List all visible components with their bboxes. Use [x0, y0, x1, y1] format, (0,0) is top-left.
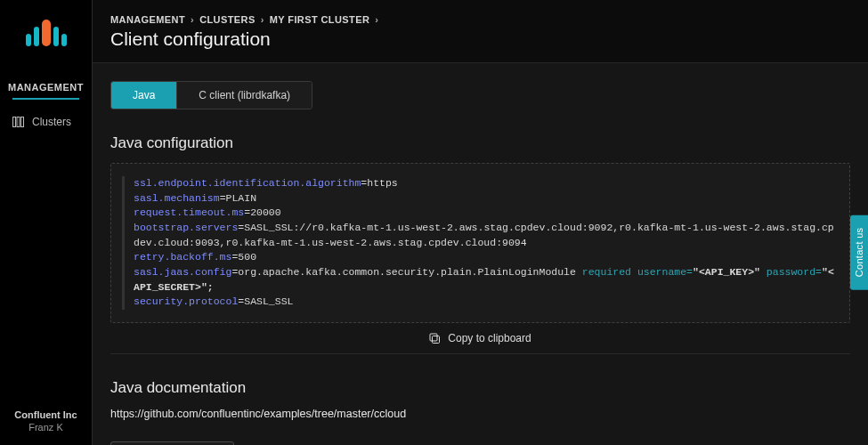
- sidebar-section-underline: [12, 98, 79, 100]
- breadcrumb-management[interactable]: MANAGEMENT: [110, 14, 185, 25]
- svg-rect-3: [433, 336, 440, 343]
- config-line: sasl.mechanism=PLAIN: [134, 191, 835, 206]
- java-doc-link[interactable]: https://github.com/confluentinc/examples…: [110, 408, 850, 420]
- svg-rect-2: [21, 117, 24, 127]
- sidebar-item-label: Clusters: [32, 116, 71, 128]
- config-line: ssl.endpoint.identification.algorithm=ht…: [134, 176, 835, 191]
- breadcrumb-clusters[interactable]: CLUSTERS: [199, 14, 255, 25]
- manage-api-keys-button[interactable]: Manage API keys: [110, 441, 234, 445]
- sidebar-footer: Confluent Inc Franz K: [0, 400, 92, 445]
- chevron-right-icon: ›: [261, 14, 264, 25]
- user-name: Franz K: [5, 422, 86, 433]
- page-title: Client configuration: [110, 28, 850, 50]
- config-line: retry.backoff.ms=500: [134, 250, 835, 265]
- sidebar: MANAGEMENT Clusters Confluent Inc Franz …: [0, 0, 93, 445]
- svg-rect-4: [430, 334, 437, 341]
- config-line: sasl.jaas.config=org.apache.kafka.common…: [134, 265, 835, 295]
- contact-us-button[interactable]: Contact us: [850, 215, 868, 290]
- chevron-right-icon: ›: [375, 14, 378, 25]
- tabs: Java C client (librdkafka): [110, 81, 312, 109]
- tab-c-client[interactable]: C client (librdkafka): [177, 82, 312, 109]
- java-doc-title: Java documentation: [110, 379, 850, 397]
- java-config-code[interactable]: ssl.endpoint.identification.algorithm=ht…: [110, 163, 850, 323]
- sidebar-section-title: MANAGEMENT: [0, 73, 92, 98]
- header: MANAGEMENT › CLUSTERS › MY FIRST CLUSTER…: [93, 0, 868, 63]
- config-line: security.protocol=SASL_SSL: [134, 295, 835, 310]
- copy-label: Copy to clipboard: [448, 332, 531, 344]
- copy-icon: [429, 333, 441, 344]
- app-logo[interactable]: [0, 11, 92, 46]
- tab-java[interactable]: Java: [111, 82, 177, 109]
- clusters-icon: [12, 117, 25, 127]
- contact-us-label: Contact us: [854, 228, 864, 278]
- sidebar-item-clusters[interactable]: Clusters: [0, 109, 92, 135]
- chevron-right-icon: ›: [191, 14, 194, 25]
- breadcrumb: MANAGEMENT › CLUSTERS › MY FIRST CLUSTER…: [110, 14, 850, 25]
- svg-rect-0: [13, 117, 16, 127]
- main: MANAGEMENT › CLUSTERS › MY FIRST CLUSTER…: [93, 0, 868, 445]
- config-line: request.timeout.ms=20000: [134, 206, 835, 221]
- config-line: bootstrap.servers=SASL_SSL://r0.kafka-mt…: [134, 221, 835, 250]
- breadcrumb-cluster-name[interactable]: MY FIRST CLUSTER: [270, 14, 370, 25]
- copy-to-clipboard-button[interactable]: Copy to clipboard: [110, 323, 850, 354]
- content: Java C client (librdkafka) Java configur…: [93, 63, 868, 445]
- org-name: Confluent Inc: [5, 409, 86, 420]
- svg-rect-1: [17, 117, 20, 127]
- java-config-title: Java configuration: [110, 134, 850, 152]
